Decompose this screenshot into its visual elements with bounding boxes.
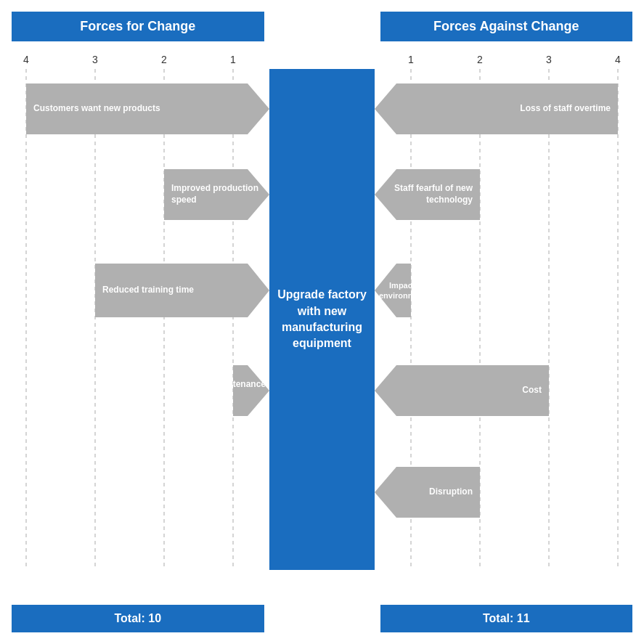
arrow-right-2-label-fo: Staff fearful of new technology (375, 169, 480, 220)
arrow-right-4-label-fo: Cost (375, 365, 549, 416)
left-scale-3: 3 (92, 54, 98, 65)
left-total: Total: 10 (12, 605, 264, 632)
arrow-left-1-label: Customers want new products (33, 103, 160, 115)
right-scale-2: 2 (477, 54, 483, 65)
arrow-right-5-label-fo: Disruption (375, 467, 480, 518)
arrow-left-1-label-fo: Customers want new products (26, 83, 248, 134)
arrow-left-2-label-fo: Improved production speed (164, 169, 269, 220)
arrow-left-3-label: Reduced training time (102, 285, 194, 296)
diagram-container: Forces for Change Forces Against Change … (0, 0, 644, 644)
arrow-left-3-label-fo: Reduced training time (95, 264, 248, 317)
arrow-right-3-label-fo: Impact on environment (375, 264, 433, 317)
right-scale-3: 3 (546, 54, 552, 65)
right-scale-4: 4 (615, 54, 621, 65)
left-scale-1: 1 (230, 54, 236, 65)
footer-row: Total: 10 Total: 11 (12, 605, 632, 632)
arrow-left-4-label-outside-fo (128, 365, 229, 416)
arrow-right-3-label: Impact on environment (375, 280, 427, 301)
right-scale-1: 1 (408, 54, 414, 65)
left-scale-2: 2 (161, 54, 167, 65)
arrow-right-2-label: Staff fearful of new technology (375, 183, 473, 205)
right-total: Total: 11 (380, 605, 633, 632)
footer-gap (272, 605, 373, 632)
header-row: Forces for Change Forces Against Change (12, 12, 632, 41)
main-svg: 4 3 2 1 1 2 3 4 Upgrade (12, 47, 632, 592)
svg-wrapper: 4 3 2 1 1 2 3 4 Upgrade (12, 47, 632, 599)
arrow-right-5-label: Disruption (429, 486, 473, 498)
left-header: Forces for Change (12, 12, 264, 41)
arrow-left-2-label: Improved production speed (171, 183, 269, 205)
arrow-right-4-label: Cost (522, 385, 542, 396)
center-label-fo: Upgrade factory with new manufacturing e… (269, 69, 375, 570)
header-gap (272, 12, 373, 41)
arrow-right-1-label-fo: Loss of staff overtime (396, 83, 618, 134)
right-header: Forces Against Change (380, 12, 633, 41)
arrow-right-1-label: Loss of staff overtime (520, 103, 611, 115)
center-label-text: Upgrade factory with new manufacturing e… (277, 287, 367, 352)
left-scale-4: 4 (23, 54, 29, 65)
